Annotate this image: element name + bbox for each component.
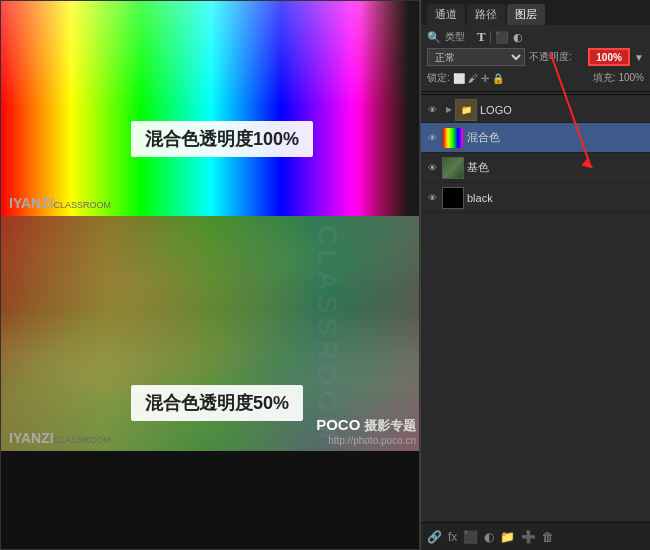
new-layer-icon[interactable]: ➕	[521, 530, 536, 544]
layer-list: 👁 ▶ 📁 LOGO 👁 混合色 👁 基色 👁 black	[421, 97, 650, 522]
poco-url: http://photo.poco.cn	[316, 435, 416, 446]
lock-image-icon[interactable]: 🖌	[468, 73, 478, 84]
iyanzi-top-watermark: IYANZICLASSROOM	[9, 195, 111, 211]
label-50: 混合色透明度50%	[131, 385, 303, 421]
folder-arrow[interactable]: ▶	[446, 105, 452, 114]
lock-transparent-icon[interactable]: ⬜	[453, 73, 465, 84]
poco-line1: POCO 摄影专题	[316, 416, 416, 435]
divider	[421, 94, 650, 95]
eye-icon-black[interactable]: 👁	[425, 191, 439, 205]
photo-panel-bottom: 混合色透明度50% IYANZICLASSROOM POCO 摄影专题 http…	[1, 216, 420, 451]
label-50-text: 混合色透明度50%	[145, 393, 289, 413]
adj-icon[interactable]: ◐	[513, 31, 523, 44]
tab-path[interactable]: 路径	[467, 4, 505, 25]
image-area: 混合色透明度100% IYANZICLASSROOM 混合色透明度50% IYA…	[0, 0, 420, 550]
ps-tabs: 通道 路径 图层	[421, 0, 650, 25]
rainbow-panel-top: 混合色透明度100% IYANZICLASSROOM	[1, 1, 420, 216]
tab-layer[interactable]: 图层	[507, 4, 545, 25]
classroom-brand-top: CLASSROOM	[54, 200, 112, 210]
opacity-value: 100%	[596, 52, 622, 63]
lock-row: 锁定: ⬜ 🖌 ✛ 🔒 填充: 100%	[427, 69, 644, 87]
classroom-watermark: CLASSROOM	[311, 225, 343, 443]
adj-bottom-icon[interactable]: ◐	[484, 530, 494, 544]
eye-icon-jise[interactable]: 👁	[425, 161, 439, 175]
type-label: 类型	[445, 30, 473, 44]
layer-logo-name: LOGO	[480, 104, 646, 116]
fx-bottom-icon[interactable]: fx	[448, 530, 457, 544]
ps-panel: 通道 路径 图层 🔍 类型 T ⬛ ◐	[420, 0, 650, 550]
label-100-text: 混合色透明度100%	[145, 129, 299, 149]
classroom-brand-bottom: CLASSROOM	[54, 435, 112, 445]
rainbow-dark-overlay	[361, 1, 420, 216]
folder-thumb: 📁	[455, 99, 477, 121]
thumb-hunhese	[442, 127, 464, 149]
lock-all-icon[interactable]: 🔒	[492, 73, 504, 84]
layer-logo-folder[interactable]: 👁 ▶ 📁 LOGO	[421, 97, 650, 123]
search-icon[interactable]: 🔍	[427, 31, 441, 44]
tab-channel[interactable]: 通道	[427, 4, 465, 25]
icon-row: T ⬛ ◐	[477, 29, 523, 45]
fx-icon[interactable]: ⬛	[495, 31, 509, 44]
text-tool-icon[interactable]: T	[477, 29, 486, 45]
label-100: 混合色透明度100%	[131, 121, 313, 157]
opacity-arrow[interactable]: ▼	[634, 52, 644, 63]
iyanzi-bottom-watermark: IYANZICLASSROOM	[9, 430, 111, 446]
iyanzi-brand-bottom: IYANZI	[9, 430, 54, 446]
eye-icon-hunhese[interactable]: 👁	[425, 131, 439, 145]
blend-mode-select[interactable]: 正常	[427, 48, 525, 66]
ps-toolbar: 🔍 类型 T ⬛ ◐ 正常 不透明度: 100% ▼	[421, 25, 650, 92]
layer-hunhese-name: 混合色	[467, 130, 646, 145]
folder-icon[interactable]: 📁	[500, 530, 515, 544]
separator	[490, 31, 491, 43]
mask-icon[interactable]: ⬛	[463, 530, 478, 544]
layer-hunhese[interactable]: 👁 混合色	[421, 123, 650, 153]
layer-jise[interactable]: 👁 基色	[421, 153, 650, 183]
thumb-black	[442, 187, 464, 209]
eye-icon-logo[interactable]: 👁	[425, 103, 439, 117]
poco-brand: POCO	[316, 416, 360, 433]
rainbow-gradient	[1, 1, 420, 216]
mode-opacity-row: 正常 不透明度: 100% ▼	[427, 48, 644, 66]
opacity-input-wrapper: 100%	[588, 48, 630, 66]
type-row: 🔍 类型 T ⬛ ◐	[427, 29, 644, 45]
iyanzi-brand: IYANZI	[9, 195, 54, 211]
link-icon[interactable]: 🔗	[427, 530, 442, 544]
layer-jise-name: 基色	[467, 160, 646, 175]
lock-label: 锁定:	[427, 71, 450, 85]
layer-black-name: black	[467, 192, 646, 204]
lock-position-icon[interactable]: ✛	[481, 73, 489, 84]
layer-black[interactable]: 👁 black	[421, 183, 650, 213]
opacity-label: 不透明度:	[529, 50, 584, 64]
ps-bottom-bar: 🔗 fx ⬛ ◐ 📁 ➕ 🗑	[421, 522, 650, 550]
main-container: 混合色透明度100% IYANZICLASSROOM 混合色透明度50% IYA…	[0, 0, 650, 550]
poco-watermark: POCO 摄影专题 http://photo.poco.cn	[316, 416, 416, 446]
rainbow-white-overlay	[1, 1, 420, 109]
fill-label: 填充: 100%	[593, 71, 644, 85]
thumb-jise	[442, 157, 464, 179]
delete-icon[interactable]: 🗑	[542, 530, 554, 544]
